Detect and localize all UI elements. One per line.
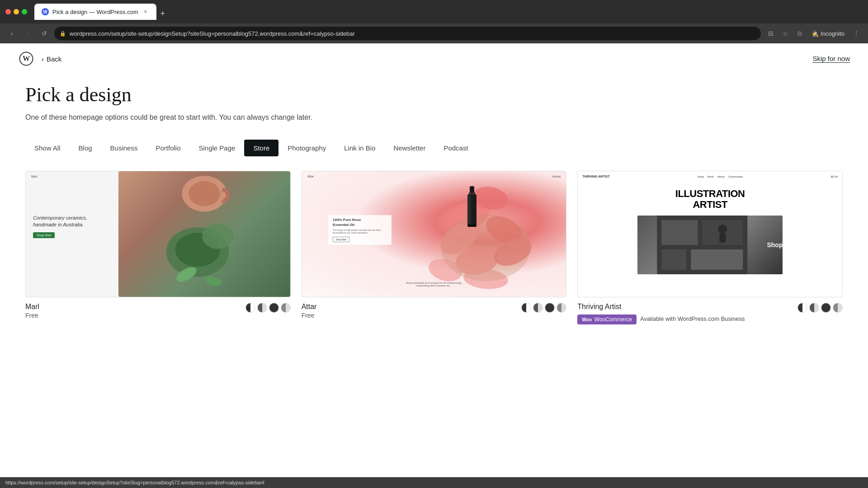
cast-icon[interactable]: ⊟ — [764, 27, 777, 40]
thriving-artist-preview: THRIVING ARTIST Shop Work About Commissi… — [577, 171, 843, 297]
page-content: W ‹ Back Skip for now Pick a design One … — [0, 43, 868, 488]
tab-title: Pick a design — WordPress.com — [52, 9, 138, 15]
marl-swatch-4[interactable] — [281, 303, 291, 313]
tab-show-all[interactable]: Show All — [25, 140, 70, 156]
thriving-swatch-3[interactable] — [821, 303, 831, 313]
thriving-nav-shop: Shop — [698, 175, 704, 178]
thriving-nav-commission: Commission — [728, 175, 743, 178]
attar-nav: Attar Home — [302, 171, 566, 182]
thriving-swatch-1[interactable] — [797, 303, 807, 313]
theme-card-marl[interactable]: Marl Home Contemporary ceramics,handmade… — [25, 171, 291, 326]
skip-for-now-link[interactable]: Skip for now — [812, 55, 850, 63]
attar-color-swatches — [521, 303, 566, 313]
thriving-swatch-2[interactable] — [809, 303, 819, 313]
bookmark-icon[interactable]: ☆ — [779, 27, 792, 40]
page-subtitle: One of these homepage options could be g… — [25, 113, 843, 122]
wordpress-logo: W — [18, 51, 34, 67]
thriving-nav-links: Shop Work About Commission — [698, 175, 743, 178]
window-maximize[interactable] — [22, 9, 27, 14]
thriving-swatch-4[interactable] — [833, 303, 843, 313]
attar-theme-name: Attar — [302, 303, 317, 311]
incognito-hat-icon: 🕵 — [811, 30, 819, 37]
attar-bottle-element — [465, 186, 479, 233]
woo-badge-label: WooCommerce — [594, 316, 632, 323]
back-button[interactable]: ‹ — [5, 27, 18, 40]
theme-grid: Marl Home Contemporary ceramics,handmade… — [25, 171, 843, 326]
marl-text-side: Contemporary ceramics,handmade in Austra… — [33, 178, 105, 247]
svg-rect-20 — [469, 192, 475, 194]
tab-portfolio[interactable]: Portfolio — [146, 140, 189, 156]
tab-single-page[interactable]: Single Page — [189, 140, 244, 156]
tab-link-in-bio[interactable]: Link in Bio — [335, 140, 384, 156]
marl-theme-price: Free — [25, 312, 39, 319]
page-title: Pick a design — [25, 83, 843, 106]
marl-swatch-3[interactable] — [269, 303, 279, 313]
theme-card-attar[interactable]: Attar Home — [302, 171, 567, 326]
svg-point-29 — [718, 225, 727, 234]
marl-nav-logo: Marl — [31, 175, 38, 178]
tab-business[interactable]: Business — [101, 140, 147, 156]
status-bar: https://wordpress.com/setup/site-setup/d… — [0, 477, 868, 488]
back-label: Back — [47, 55, 61, 63]
marl-swatch-1[interactable] — [245, 303, 255, 313]
svg-point-9 — [203, 275, 223, 287]
attar-preview: Attar Home — [302, 171, 567, 297]
thriving-nav-about: About — [717, 175, 725, 178]
theme-card-thriving-artist[interactable]: THRIVING ARTIST Shop Work About Commissi… — [577, 171, 843, 326]
tab-newsletter[interactable]: Newsletter — [385, 140, 435, 156]
marl-swatch-2[interactable] — [257, 303, 267, 313]
thriving-color-swatches — [797, 303, 843, 313]
svg-text:W: W — [23, 55, 30, 63]
reload-button[interactable]: ↺ — [38, 27, 51, 40]
tab-blog[interactable]: Blog — [70, 140, 101, 156]
attar-hero: 100% Pure RoseEssential Oil The range of… — [302, 171, 566, 297]
ssl-lock-icon: 🔒 — [60, 31, 66, 37]
menu-icon[interactable]: ⋮ — [850, 27, 863, 40]
svg-point-7 — [202, 224, 234, 249]
tab-photography[interactable]: Photography — [278, 140, 335, 156]
marl-preview: Marl Home Contemporary ceramics,handmade… — [25, 171, 291, 297]
attar-nav-home: Home — [552, 175, 561, 178]
url-text: wordpress.com/setup/site-setup/designSet… — [70, 30, 355, 37]
marl-color-swatches — [245, 303, 291, 313]
thriving-shop-image: Shop — [637, 216, 783, 274]
attar-swatch-1[interactable] — [521, 303, 531, 313]
attar-swatch-3[interactable] — [545, 303, 555, 313]
window-minimize[interactable] — [14, 9, 19, 14]
attar-swatch-2[interactable] — [533, 303, 543, 313]
svg-rect-28 — [691, 249, 743, 270]
profile-icon[interactable]: ⊙ — [793, 27, 806, 40]
marl-hero-image — [118, 171, 290, 297]
thriving-artist-theme-info: Thriving Artist Woo WooCommerce Availabl… — [577, 297, 843, 326]
thriving-nav-cart: $0.00 — [831, 175, 838, 178]
tab-close-button[interactable]: × — [142, 8, 149, 15]
tab-podcast[interactable]: Podcast — [434, 140, 477, 156]
thriving-nav-logo: THRIVING ARTIST — [582, 175, 609, 178]
attar-shop-button: Shop Now — [333, 237, 349, 242]
thriving-headline: ILLUSTRATION ARTIST — [675, 188, 745, 210]
active-tab[interactable]: W Pick a design — WordPress.com × — [34, 4, 156, 20]
back-link[interactable]: ‹ Back — [42, 55, 61, 63]
tab-store[interactable]: Store — [244, 140, 278, 156]
address-bar[interactable]: 🔒 wordpress.com/setup/site-setup/designS… — [54, 27, 761, 40]
new-tab-button[interactable]: + — [156, 7, 169, 20]
woo-logo-icon: Woo — [582, 317, 591, 322]
browser-actions: ⊟ ☆ ⊙ 🕵 Incognito ⋮ — [764, 27, 863, 40]
marl-shop-button: Shop Now — [33, 232, 55, 238]
svg-rect-25 — [661, 220, 698, 245]
woocommerce-badge: Woo WooCommerce — [577, 314, 637, 324]
thriving-artist-theme-name: Thriving Artist — [577, 303, 745, 311]
window-close[interactable] — [5, 9, 11, 14]
thriving-shop-label: Shop — [767, 241, 783, 249]
thriving-nav: THRIVING ARTIST Shop Work About Commissi… — [578, 171, 842, 182]
attar-theme-price: Free — [302, 312, 317, 319]
attar-swatch-4[interactable] — [557, 303, 566, 313]
attar-nav-logo: Attar — [307, 175, 314, 178]
attar-theme-info: Attar Free — [302, 297, 567, 321]
forward-button[interactable]: › — [22, 27, 34, 40]
marl-theme-info: Marl Free — [25, 297, 291, 321]
svg-rect-27 — [661, 249, 686, 270]
attar-text-overlay: 100% Pure RoseEssential Oil The range of… — [328, 215, 392, 245]
back-arrow-icon: ‹ — [42, 55, 44, 63]
incognito-indicator: 🕵 Incognito — [808, 28, 848, 39]
